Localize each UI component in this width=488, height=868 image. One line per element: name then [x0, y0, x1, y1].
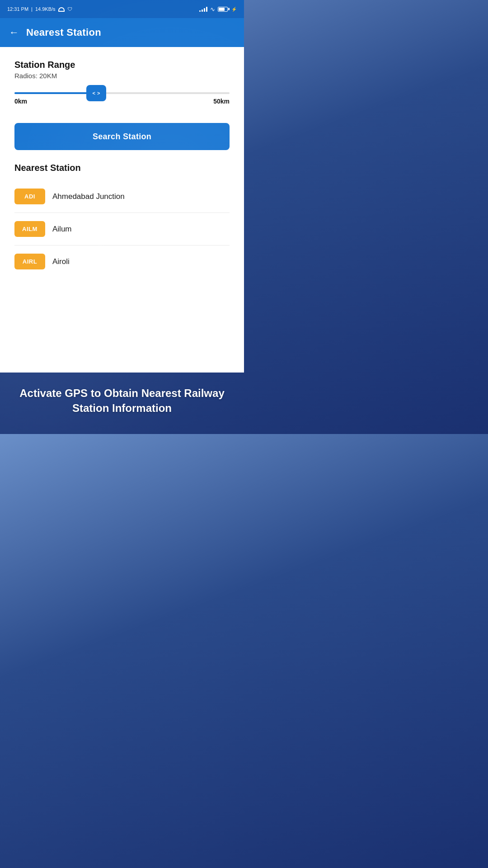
- slider-fill: [14, 92, 96, 94]
- app-bar: ← Nearest Station: [0, 18, 244, 47]
- slider-thumb[interactable]: < >: [86, 85, 106, 101]
- separator: |: [31, 6, 33, 12]
- status-right: ∿ ⚡: [199, 6, 237, 13]
- slider-track: < >: [14, 92, 230, 94]
- status-bar: 12:31 PM | 14.9KB/s 🛡 ∿ ⚡: [0, 0, 244, 18]
- station-name-label: Ahmedabad Junction: [52, 192, 125, 201]
- range-slider-container[interactable]: < >: [14, 92, 230, 94]
- slider-max-label: 50km: [213, 98, 230, 105]
- page-title: Nearest Station: [26, 27, 101, 38]
- list-item[interactable]: ADIAhmedabad Junction: [14, 180, 230, 213]
- left-arrow-icon: <: [92, 90, 95, 96]
- status-left: 12:31 PM | 14.9KB/s 🛡: [7, 6, 72, 12]
- slider-labels: 0km 50km: [14, 98, 230, 105]
- wifi-icon: ∿: [210, 6, 215, 13]
- station-name-label: Ailum: [52, 225, 72, 234]
- list-item[interactable]: AILMAilum: [14, 213, 230, 245]
- charging-icon: ⚡: [231, 7, 237, 12]
- shield-icon: 🛡: [67, 6, 72, 12]
- station-range-title: Station Range: [14, 60, 230, 70]
- search-station-button[interactable]: Search Station: [14, 123, 230, 150]
- station-range-section: Station Range Radios: 20KM < > 0km 50km: [14, 60, 230, 105]
- slider-min-label: 0km: [14, 98, 27, 105]
- nearest-station-title: Nearest Station: [14, 163, 230, 173]
- bottom-gps-text: Activate GPS to Obtain Nearest Railway S…: [0, 386, 244, 416]
- station-list: ADIAhmedabad JunctionAILMAilumAIRLAiroli: [14, 180, 230, 278]
- back-button[interactable]: ←: [9, 27, 19, 38]
- time-display: 12:31 PM: [7, 6, 28, 12]
- station-code-badge: AIRL: [14, 254, 45, 269]
- nearest-station-section: Nearest Station ADIAhmedabad JunctionAIL…: [14, 163, 230, 278]
- main-card: Station Range Radios: 20KM < > 0km 50km …: [0, 47, 244, 373]
- station-name-label: Airoli: [52, 257, 70, 266]
- network-speed: 14.9KB/s: [35, 6, 56, 12]
- right-arrow-icon: >: [97, 90, 100, 96]
- battery-icon: [218, 7, 228, 12]
- headphone-icon: [58, 7, 65, 12]
- range-subtitle: Radios: 20KM: [14, 72, 230, 80]
- station-code-badge: AILM: [14, 221, 45, 237]
- signal-icon: [199, 6, 207, 12]
- station-code-badge: ADI: [14, 189, 45, 204]
- list-item[interactable]: AIRLAiroli: [14, 245, 230, 278]
